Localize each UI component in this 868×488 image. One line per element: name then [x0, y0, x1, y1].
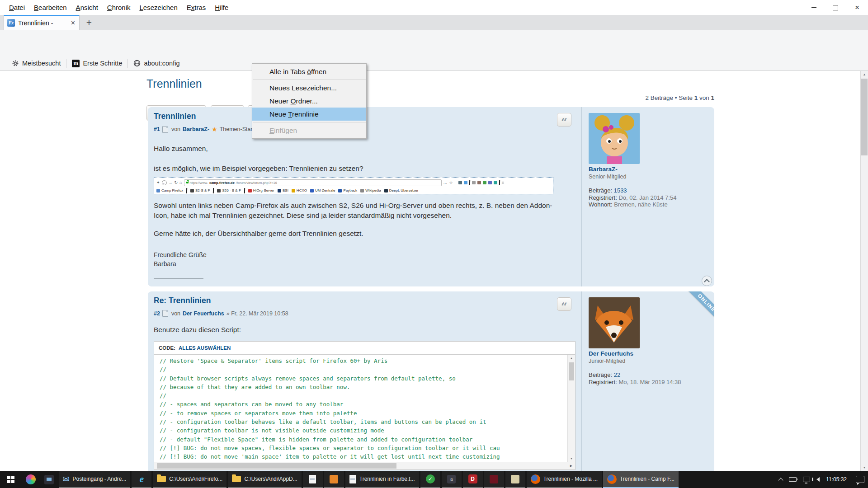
scrollbar-thumb[interactable]: [861, 79, 868, 155]
m-badge-icon: m: [72, 60, 80, 67]
orange-app-icon: [330, 475, 338, 483]
avatar[interactable]: [589, 297, 640, 348]
page-content: Trennlinien Antworten ↩ ▾ 2 Beiträge • S…: [0, 71, 868, 471]
notepad-icon: [349, 475, 356, 483]
avatar[interactable]: [589, 113, 640, 164]
page-scrollbar[interactable]: ▲ ▼: [860, 71, 868, 471]
taskbar-explorer-button-1[interactable]: C:\Users\Andi\Firefo...: [153, 471, 226, 488]
menu-separator: [253, 80, 366, 80]
system-tray: 11:05:32: [779, 471, 868, 488]
post-title[interactable]: Re: Trennlinien: [154, 296, 576, 305]
menu-extras[interactable]: Extras: [182, 0, 211, 15]
minimize-button[interactable]: [803, 0, 825, 15]
post-page-icon[interactable]: [162, 126, 168, 133]
pinned-app-button-2[interactable]: [40, 471, 58, 488]
post-paragraph: Benutze dazu diesen Script:: [154, 325, 576, 335]
profile-username[interactable]: BarbaraZ-: [589, 166, 714, 173]
post-number[interactable]: #1: [154, 126, 160, 132]
page-title[interactable]: Trennlinien: [146, 77, 202, 90]
maximize-button[interactable]: [825, 0, 846, 15]
scroll-to-top-button[interactable]: [702, 276, 712, 286]
taskbar: ✉Posteingang - Andre... e C:\Users\Andi\…: [0, 471, 868, 488]
post-body: Re: Trennlinien #2 von Der Feuerfuchs » …: [154, 296, 576, 470]
code-horizontal-scrollbar[interactable]: [154, 462, 567, 469]
taskbar-app-button-green[interactable]: ✓: [420, 471, 440, 488]
taskbar-files-button[interactable]: [505, 471, 525, 488]
windows-logo-icon: [7, 476, 14, 483]
taskbar-explorer-button-2[interactable]: C:\Users\Andi\AppD...: [228, 471, 301, 488]
clock[interactable]: 11:05:32: [826, 476, 847, 483]
battery-icon[interactable]: [789, 477, 797, 482]
taskbar-firefox-button-2[interactable]: Trennlinien - Camp F...: [603, 471, 679, 488]
volume-icon[interactable]: [816, 477, 820, 482]
scrollbar-thumb[interactable]: [569, 362, 574, 380]
post-page-icon[interactable]: [162, 310, 168, 317]
menu-ansicht[interactable]: Ansicht: [71, 0, 103, 15]
menu-item-neue-trennlinie[interactable]: Neue Trennlinie: [252, 108, 366, 121]
bookmark-erste-schritte[interactable]: m Erste Schritte: [66, 60, 127, 67]
minimize-icon: [811, 7, 816, 8]
bookmarks-toolbar: Meistbesucht m Erste Schritte about:conf…: [0, 56, 868, 71]
taskbar-app-button-orange[interactable]: [324, 471, 344, 488]
pinned-app-button-1[interactable]: [22, 471, 40, 488]
tray-expand-icon[interactable]: [778, 478, 783, 483]
display-icon[interactable]: [803, 477, 810, 482]
menu-hilfe[interactable]: Hilfe: [210, 0, 233, 15]
start-button[interactable]: [0, 471, 22, 488]
tab-strip: Fx Trennlinien - × +: [0, 15, 868, 30]
drawn-separator-mark: [244, 188, 245, 193]
new-tab-button[interactable]: +: [82, 16, 96, 29]
menu-item-alle-in-tabs[interactable]: Alle in Tabs öffnen: [252, 65, 366, 78]
mini-bookmarks-bar: Camp Firefox S2-S & F S26 - S & F HiOrg-…: [156, 187, 551, 194]
close-button[interactable]: ×: [846, 0, 868, 15]
profile-column: Der Feuerfuchs Junior-Mitglied Beiträge:…: [581, 291, 714, 471]
files-app-icon: [511, 475, 519, 483]
taskbar-notepad-button[interactable]: [303, 471, 323, 488]
menu-bearbeiten[interactable]: Bearbeiten: [29, 0, 71, 15]
taskbar-app-button-darkred[interactable]: [484, 471, 504, 488]
author-link[interactable]: BarbaraZ-: [183, 126, 209, 132]
avatar-girl-image: [589, 113, 640, 164]
taskbar-app-button-dark[interactable]: a: [442, 471, 462, 488]
post-number[interactable]: #2: [154, 310, 160, 317]
scroll-right-icon[interactable]: ▶: [567, 462, 575, 469]
scroll-up-icon[interactable]: ▲: [861, 71, 868, 78]
menu-item-neues-lesezeichen[interactable]: Neues Lesezeichen...: [252, 81, 366, 94]
profile-username[interactable]: Der Feuerfuchs: [589, 350, 714, 357]
image-app-icon: [44, 475, 54, 484]
bookmark-meistbesucht[interactable]: Meistbesucht: [6, 60, 66, 67]
taskbar-textfile-button[interactable]: Trennlinien in Farbe.t...: [345, 471, 419, 488]
post-paragraph: ist es möglich, wie im Beispiel vorgegeb…: [154, 164, 576, 174]
navigation-toolbar: ← → ↻ ⌂ i https://www.camp-firefox.de/fo…: [0, 30, 868, 56]
code-content[interactable]: // Restore 'Space & Separator' items scr…: [154, 355, 567, 462]
attachment-screenshot[interactable]: ✦ ← → ↻ ⌂ https://www.camp-firefox.de/fo…: [154, 177, 553, 194]
taskbar-ie-button[interactable]: e: [132, 471, 151, 488]
scroll-down-icon[interactable]: ▼: [568, 455, 575, 462]
mini-addon-icons: ≡: [458, 180, 504, 185]
code-vertical-scrollbar[interactable]: ▲ ▼: [567, 355, 575, 462]
scroll-down-icon[interactable]: ▼: [861, 464, 868, 471]
mini-back-icon: ←: [162, 180, 167, 185]
taskbar-mail-button[interactable]: ✉Posteingang - Andre...: [59, 471, 131, 488]
mini-forward-icon: →: [169, 181, 173, 185]
menu-lesezeichen[interactable]: Lesezeichen: [135, 0, 182, 15]
firefox-icon: [531, 474, 540, 484]
code-block: CODE: ALLES AUSWÄHLEN // Restore 'Space …: [154, 341, 576, 470]
menu-item-neuer-ordner[interactable]: Neuer Ordner...: [252, 94, 366, 108]
window-controls: ×: [803, 0, 868, 15]
menu-datei[interactable]: Datei: [5, 0, 29, 15]
menu-chronik[interactable]: Chronik: [103, 0, 135, 15]
author-link[interactable]: Der Feuerfuchs: [183, 310, 224, 317]
taskbar-firefox-button-1[interactable]: Trennlinien - Mozilla ...: [527, 471, 602, 488]
mini-lock-icon: [186, 182, 189, 183]
mini-browser-toolbar: ✦ ← → ↻ ⌂ https://www.camp-firefox.de/fo…: [156, 178, 551, 187]
tab-close-icon[interactable]: ×: [70, 19, 76, 27]
post-1: “ Trennlinien #1 von BarbaraZ- ★ Themen-…: [148, 107, 714, 286]
scroll-up-icon[interactable]: ▲: [568, 355, 575, 361]
select-all-link[interactable]: ALLES AUSWÄHLEN: [179, 345, 231, 351]
taskbar-app-button-d[interactable]: D: [463, 471, 483, 488]
scrollbar-thumb[interactable]: [157, 463, 396, 469]
action-center-icon[interactable]: [856, 476, 864, 483]
bookmark-about-config[interactable]: about:config: [128, 60, 185, 67]
tab-trennlinien[interactable]: Fx Trennlinien - ×: [4, 15, 80, 30]
